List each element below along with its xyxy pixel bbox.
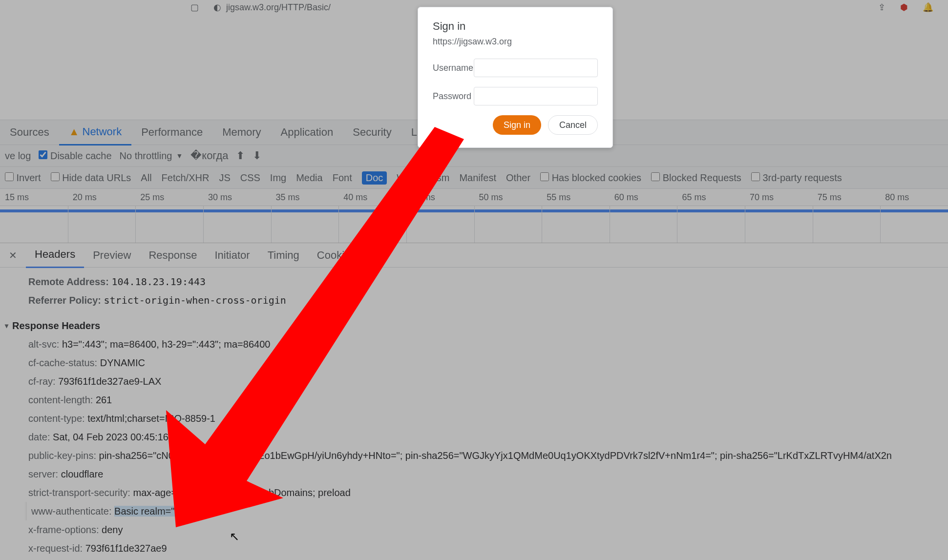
timeline-tick: 45 ms bbox=[406, 192, 474, 203]
response-header-line: content-type: text/html;charset=ISO-8859… bbox=[14, 409, 948, 428]
password-label: Password bbox=[433, 91, 474, 102]
tab-security[interactable]: Security bbox=[343, 120, 401, 145]
signin-dialog: Sign in https://jigsaw.w3.org Username P… bbox=[418, 7, 613, 148]
timeline-tick: 80 ms bbox=[880, 192, 948, 203]
tab-memory[interactable]: Memory bbox=[212, 120, 271, 145]
timeline-ruler: 15 ms20 ms25 ms30 ms35 ms40 ms45 ms50 ms… bbox=[0, 188, 948, 206]
tab-sources[interactable]: Sources bbox=[0, 120, 59, 145]
filter-row: Invert Hide data URLs All Fetch/XHR JS C… bbox=[0, 166, 948, 188]
password-input[interactable] bbox=[474, 87, 598, 105]
close-icon[interactable]: ✕ bbox=[0, 249, 26, 261]
status-code-line: Status Code: 401 bbox=[14, 268, 948, 272]
req-tab-cookies[interactable]: Cookies bbox=[308, 243, 364, 268]
request-details-panel: ✕ Headers Preview Response Initiator Tim… bbox=[0, 243, 948, 558]
req-tab-preview[interactable]: Preview bbox=[84, 243, 140, 268]
response-header-line: strict-transport-security: max-age=15552… bbox=[14, 483, 948, 502]
timeline-waterfall[interactable] bbox=[0, 206, 948, 243]
req-tab-response[interactable]: Response bbox=[140, 243, 206, 268]
username-label: Username bbox=[433, 63, 474, 73]
response-header-line: x-request-id: 793f61f1de327ae9 bbox=[14, 539, 948, 558]
filter-ws[interactable]: WS bbox=[397, 172, 412, 184]
cursor-icon: ↖ bbox=[230, 530, 239, 543]
referrer-policy-line: Referrer Policy: strict-origin-when-cros… bbox=[14, 291, 948, 310]
hide-data-urls-checkbox[interactable]: Hide data URLs bbox=[51, 172, 131, 184]
blocked-requests-checkbox[interactable]: Blocked Requests bbox=[651, 172, 741, 184]
response-header-line: cf-ray: 793f61f1de327ae9-LAX bbox=[14, 372, 948, 391]
share-icon[interactable]: ⇪ bbox=[878, 2, 885, 13]
filter-js[interactable]: JS bbox=[219, 172, 230, 184]
response-header-line: date: Sat, 04 Feb 2023 00:45:16 GMT bbox=[14, 428, 948, 446]
download-icon[interactable]: ⬇ bbox=[253, 149, 261, 162]
timeline-tick: 50 ms bbox=[474, 192, 542, 203]
filter-fetch[interactable]: Fetch/XHR bbox=[162, 172, 210, 184]
response-header-line: www-authenticate: Basic realm="test" bbox=[14, 502, 948, 520]
wifi-icon[interactable]: �когда bbox=[190, 149, 228, 162]
filter-doc[interactable]: Doc bbox=[362, 171, 387, 185]
secure-icon: ◐ bbox=[213, 2, 221, 13]
timeline-tick: 35 ms bbox=[271, 192, 339, 203]
shield-icon[interactable]: ⬢ bbox=[900, 2, 908, 13]
remote-address-line: Remote Address: 104.18.23.19:443 bbox=[14, 272, 948, 291]
timeline-tick: 30 ms bbox=[203, 192, 271, 203]
filter-css[interactable]: CSS bbox=[240, 172, 260, 184]
signin-button[interactable]: Sign in bbox=[493, 115, 541, 135]
tab-performance[interactable]: Performance bbox=[131, 120, 212, 145]
request-tabs: ✕ Headers Preview Response Initiator Tim… bbox=[0, 243, 948, 268]
response-header-line: content-length: 261 bbox=[14, 391, 948, 409]
filter-media[interactable]: Media bbox=[296, 172, 322, 184]
chevron-down-icon: ▼ bbox=[176, 152, 183, 160]
tab-network[interactable]: ▲Network bbox=[59, 120, 131, 145]
throttling-select[interactable]: No throttling ▼ bbox=[120, 150, 183, 162]
filter-wasm[interactable]: Wasm bbox=[422, 172, 450, 184]
response-headers-title[interactable]: Response Headers bbox=[14, 316, 948, 335]
req-tab-initiator[interactable]: Initiator bbox=[206, 243, 258, 268]
dialog-origin: https://jigsaw.w3.org bbox=[433, 37, 598, 47]
timeline-tick: 20 ms bbox=[68, 192, 136, 203]
req-tab-headers[interactable]: Headers bbox=[26, 242, 84, 268]
invert-checkbox[interactable]: Invert bbox=[5, 172, 41, 184]
warning-icon: ▲ bbox=[69, 125, 80, 138]
timeline-tick: 15 ms bbox=[0, 192, 68, 203]
headers-body: Status Code: 401 Remote Address: 104.18.… bbox=[0, 268, 948, 558]
has-blocked-cookies-checkbox[interactable]: Has blocked cookies bbox=[540, 172, 641, 184]
dialog-title: Sign in bbox=[433, 20, 598, 33]
timeline-tick: 25 ms bbox=[135, 192, 203, 203]
cancel-button[interactable]: Cancel bbox=[548, 115, 598, 135]
response-header-line: public-key-pins: pin-sha256="cN0QSpPlkuz… bbox=[14, 446, 948, 465]
third-party-checkbox[interactable]: 3rd-party requests bbox=[751, 172, 842, 184]
timeline-tick: 55 ms bbox=[542, 192, 610, 203]
timeline-tick: 40 ms bbox=[338, 192, 406, 203]
filter-manifest[interactable]: Manifest bbox=[459, 172, 496, 184]
filter-img[interactable]: Img bbox=[270, 172, 286, 184]
req-tab-timing[interactable]: Timing bbox=[259, 243, 308, 268]
timeline-tick: 60 ms bbox=[610, 192, 677, 203]
upload-icon[interactable]: ⬆ bbox=[236, 149, 245, 162]
preserve-log-label: ve log bbox=[5, 150, 31, 162]
filter-font[interactable]: Font bbox=[333, 172, 352, 184]
timeline-tick: 70 ms bbox=[745, 192, 813, 203]
response-header-line: x-frame-options: deny bbox=[14, 520, 948, 539]
notification-icon[interactable]: 🔔 bbox=[923, 2, 933, 13]
disable-cache-checkbox[interactable]: Disable cache bbox=[39, 150, 111, 162]
tab-application[interactable]: Application bbox=[271, 120, 343, 145]
response-header-line: server: cloudflare bbox=[14, 465, 948, 483]
timeline-tick: 75 ms bbox=[813, 192, 881, 203]
filter-all[interactable]: All bbox=[141, 172, 151, 184]
timeline-tick: 65 ms bbox=[677, 192, 745, 203]
response-header-line: cf-cache-status: DYNAMIC bbox=[14, 353, 948, 372]
response-header-line: alt-svc: h3=":443"; ma=86400, h3-29=":44… bbox=[14, 335, 948, 353]
filter-other[interactable]: Other bbox=[506, 172, 530, 184]
tab-icon: ▢ bbox=[190, 2, 199, 13]
username-input[interactable] bbox=[474, 59, 598, 77]
